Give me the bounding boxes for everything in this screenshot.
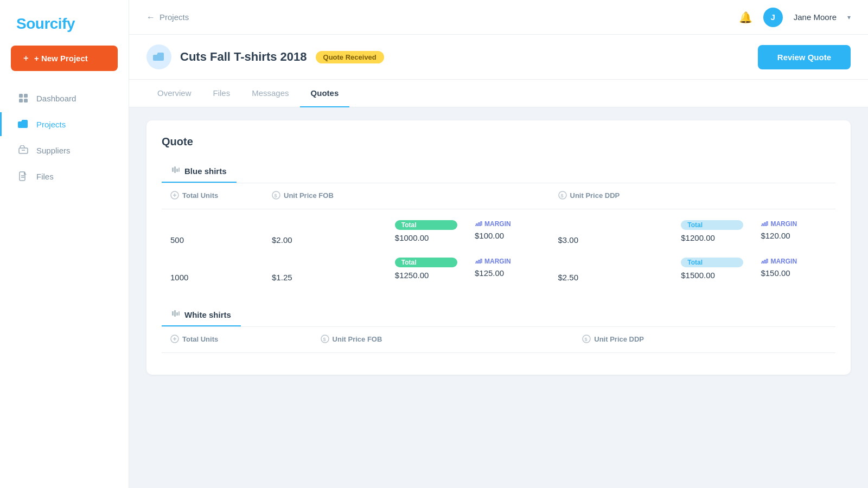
ws-col-total-units: Total Units — [162, 327, 312, 353]
new-project-label: + New Project — [34, 54, 88, 63]
fob-margin-badge-1000: MARGIN — [475, 258, 541, 265]
ddp-price-1000: $2.50 — [558, 273, 664, 282]
dashboard-icon — [18, 93, 29, 104]
svg-rect-23 — [178, 311, 180, 316]
sidebar-item-projects[interactable]: Projects — [0, 112, 129, 136]
col-ddp-margin-header — [752, 183, 835, 209]
status-badge: Quote Received — [316, 51, 384, 63]
ws-col-unit-price-ddp: $ Unit Price DDP — [573, 327, 755, 353]
tabs: Overview Files Messages Quotes — [129, 80, 868, 107]
ddp-margin-badge-500: MARGIN — [761, 220, 827, 228]
ddp-total-1000: $1500.00 — [681, 271, 743, 280]
sidebar-item-files-label: Files — [36, 172, 54, 181]
sidebar-nav: Dashboard Projects Suppliers — [0, 86, 129, 188]
avatar: J — [763, 8, 783, 27]
blue-shirts-tab[interactable]: Blue shirts — [162, 160, 237, 183]
product-tab-icon — [171, 165, 180, 176]
svg-text:$: $ — [323, 337, 326, 342]
col-unit-price-ddp: $ Unit Price DDP — [550, 183, 673, 209]
svg-text:$: $ — [560, 193, 563, 198]
ws-col-unit-price-fob: $ Unit Price FOB — [312, 327, 494, 353]
svg-rect-10 — [174, 166, 176, 173]
ddp-total-badge-500: Total — [681, 220, 743, 230]
fob-total-500: $1000.00 — [395, 233, 457, 242]
svg-rect-20 — [172, 311, 174, 316]
col-fob-margin-header — [466, 183, 550, 209]
back-arrow-icon: ← — [146, 12, 155, 22]
sidebar-item-projects-label: Projects — [36, 120, 66, 129]
tab-files[interactable]: Files — [202, 80, 241, 107]
white-shirts-label: White shirts — [184, 310, 231, 319]
topbar-right: 🔔 J Jane Moore ▾ — [739, 8, 851, 27]
white-shirts-tab[interactable]: White shirts — [162, 304, 241, 326]
fob-total-badge-1000: Total — [395, 258, 457, 267]
tab-overview[interactable]: Overview — [146, 80, 202, 107]
col-fob-total-header — [386, 183, 466, 209]
blue-shirts-table: Total Units $ Unit Price FOB — [162, 183, 835, 295]
logo-text: Sourcify — [16, 15, 75, 32]
ws-col-ddp-total-header — [756, 327, 796, 353]
projects-icon — [18, 119, 29, 130]
blue-shirts-label: Blue shirts — [184, 166, 227, 176]
review-quote-button[interactable]: Review Quote — [758, 45, 851, 69]
ws-col-fob-total-header — [494, 327, 534, 353]
new-project-button[interactable]: ＋ + New Project — [11, 46, 118, 71]
fob-margin-500: $100.00 — [475, 231, 541, 240]
white-shirts-table: Total Units $ Unit Price FOB — [162, 326, 835, 375]
svg-rect-12 — [178, 168, 180, 172]
quote-title: Quote — [162, 136, 835, 148]
ddp-total-500: $1200.00 — [681, 233, 743, 242]
fob-price-1000: $1.25 — [272, 273, 378, 282]
col-ddp-total-header — [672, 183, 752, 209]
user-name: Jane Moore — [794, 12, 837, 22]
svg-rect-4 — [19, 148, 28, 153]
breadcrumb[interactable]: ← Projects — [146, 12, 189, 22]
col-unit-price-fob: $ Unit Price FOB — [263, 183, 386, 209]
ws-col-fob-margin-header — [534, 327, 574, 353]
project-header: Cuts Fall T-shirts 2018 Quote Received R… — [129, 35, 868, 80]
fob-margin-badge-500: MARGIN — [475, 220, 541, 228]
white-shirts-section: White shirts — [162, 295, 835, 375]
breadcrumb-label: Projects — [159, 12, 189, 22]
ws-col-ddp-margin-header — [795, 327, 835, 353]
svg-rect-0 — [19, 94, 23, 98]
ddp-price-500: $3.00 — [558, 235, 664, 245]
table-row: 1000 $1.25 Total — [162, 247, 835, 295]
project-title-row: Cuts Fall T-shirts 2018 Quote Received — [146, 44, 384, 69]
svg-rect-21 — [174, 310, 176, 317]
ddp-margin-1000: $150.00 — [761, 268, 827, 278]
logo: Sourcify — [0, 0, 129, 46]
svg-text:$: $ — [275, 193, 277, 198]
svg-rect-3 — [24, 99, 28, 102]
chevron-down-icon[interactable]: ▾ — [847, 14, 851, 21]
units-500: 500 — [170, 235, 254, 245]
fob-total-1000: $1250.00 — [395, 271, 457, 280]
svg-text:$: $ — [585, 337, 588, 342]
svg-rect-9 — [172, 168, 174, 172]
project-icon — [146, 44, 171, 69]
plus-icon: ＋ — [22, 53, 30, 63]
quote-card: Quote Blue shirts — [146, 120, 851, 375]
tab-quotes[interactable]: Quotes — [300, 80, 350, 107]
suppliers-icon — [18, 145, 29, 156]
sidebar-item-files[interactable]: Files — [0, 164, 129, 188]
bell-icon[interactable]: 🔔 — [739, 11, 752, 24]
col-total-units: Total Units — [162, 183, 263, 209]
content-area: Quote Blue shirts — [129, 107, 868, 488]
tab-messages[interactable]: Messages — [241, 80, 299, 107]
sidebar-item-dashboard[interactable]: Dashboard — [0, 86, 129, 110]
sidebar-item-suppliers[interactable]: Suppliers — [0, 138, 129, 162]
sidebar-item-dashboard-label: Dashboard — [36, 94, 76, 103]
sidebar: Sourcify ＋ + New Project Dashboard — [0, 0, 129, 488]
table-row — [162, 353, 835, 375]
blue-shirts-section: Blue shirts — [162, 160, 835, 295]
table-row: 500 $2.00 Total — [162, 209, 835, 247]
svg-rect-1 — [24, 94, 28, 98]
project-name: Cuts Fall T-shirts 2018 — [180, 50, 307, 64]
fob-total-badge-500: Total — [395, 220, 457, 230]
svg-rect-2 — [19, 99, 23, 102]
fob-price-500: $2.00 — [272, 235, 378, 245]
units-1000: 1000 — [170, 273, 254, 282]
white-shirts-tab-icon — [171, 309, 180, 320]
ddp-total-badge-1000: Total — [681, 258, 743, 267]
